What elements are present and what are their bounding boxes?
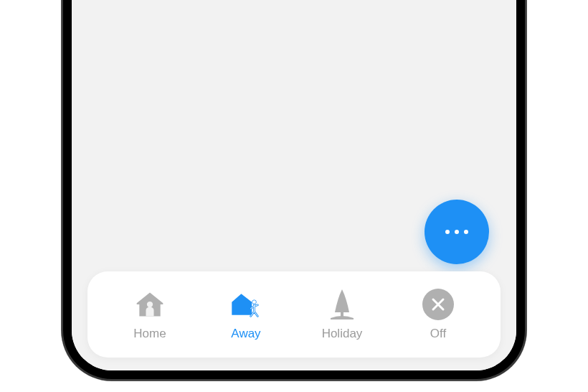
- fab-more-button[interactable]: [425, 200, 489, 264]
- holiday-icon: [326, 288, 359, 321]
- nav-item-home[interactable]: Home: [102, 288, 198, 341]
- home-icon: [133, 288, 166, 321]
- nav-item-holiday[interactable]: Holiday: [294, 288, 390, 341]
- more-icon: [445, 230, 468, 234]
- nav-item-away[interactable]: Away: [198, 288, 294, 341]
- content-area: Home Away: [72, 0, 516, 370]
- svg-point-0: [147, 302, 153, 307]
- nav-label-home: Home: [133, 327, 166, 341]
- bottom-nav: Home Away: [87, 271, 501, 358]
- off-icon: [422, 288, 455, 321]
- phone-frame: Home Away: [62, 0, 526, 381]
- svg-rect-2: [341, 311, 343, 317]
- phone-screen: Home Away: [72, 0, 516, 370]
- away-icon: [229, 288, 262, 321]
- nav-label-off: Off: [430, 327, 446, 341]
- nav-label-holiday: Holiday: [322, 327, 363, 341]
- nav-item-off[interactable]: Off: [390, 288, 486, 341]
- nav-label-away: Away: [231, 327, 260, 341]
